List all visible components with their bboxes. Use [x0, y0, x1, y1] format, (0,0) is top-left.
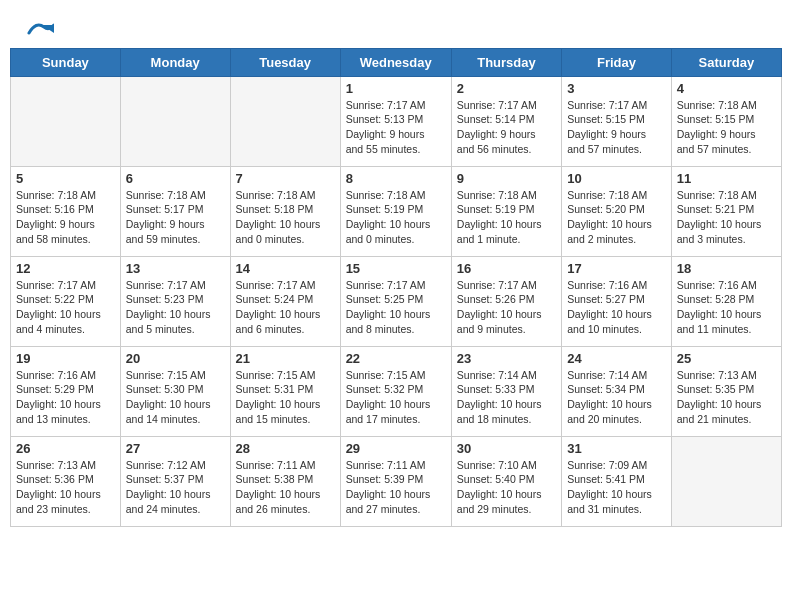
day-cell-1: 1Sunrise: 7:17 AM Sunset: 5:13 PM Daylig…	[340, 76, 451, 166]
day-cell-14: 14Sunrise: 7:17 AM Sunset: 5:24 PM Dayli…	[230, 256, 340, 346]
day-info: Sunrise: 7:17 AM Sunset: 5:23 PM Dayligh…	[126, 278, 225, 337]
day-number: 31	[567, 441, 666, 456]
day-number: 28	[236, 441, 335, 456]
empty-cell-0-0	[11, 76, 121, 166]
weekday-saturday: Saturday	[671, 48, 781, 76]
day-cell-5: 5Sunrise: 7:18 AM Sunset: 5:16 PM Daylig…	[11, 166, 121, 256]
day-number: 9	[457, 171, 556, 186]
day-info: Sunrise: 7:17 AM Sunset: 5:15 PM Dayligh…	[567, 98, 666, 157]
day-number: 22	[346, 351, 446, 366]
week-row-2: 5Sunrise: 7:18 AM Sunset: 5:16 PM Daylig…	[11, 166, 782, 256]
day-info: Sunrise: 7:09 AM Sunset: 5:41 PM Dayligh…	[567, 458, 666, 517]
day-number: 17	[567, 261, 666, 276]
day-info: Sunrise: 7:12 AM Sunset: 5:37 PM Dayligh…	[126, 458, 225, 517]
day-number: 29	[346, 441, 446, 456]
day-info: Sunrise: 7:14 AM Sunset: 5:34 PM Dayligh…	[567, 368, 666, 427]
weekday-monday: Monday	[120, 48, 230, 76]
day-cell-7: 7Sunrise: 7:18 AM Sunset: 5:18 PM Daylig…	[230, 166, 340, 256]
day-info: Sunrise: 7:18 AM Sunset: 5:19 PM Dayligh…	[346, 188, 446, 247]
day-info: Sunrise: 7:15 AM Sunset: 5:30 PM Dayligh…	[126, 368, 225, 427]
day-cell-27: 27Sunrise: 7:12 AM Sunset: 5:37 PM Dayli…	[120, 436, 230, 526]
day-number: 10	[567, 171, 666, 186]
day-cell-24: 24Sunrise: 7:14 AM Sunset: 5:34 PM Dayli…	[562, 346, 672, 436]
day-info: Sunrise: 7:18 AM Sunset: 5:17 PM Dayligh…	[126, 188, 225, 247]
day-cell-30: 30Sunrise: 7:10 AM Sunset: 5:40 PM Dayli…	[451, 436, 561, 526]
day-number: 26	[16, 441, 115, 456]
day-number: 6	[126, 171, 225, 186]
day-info: Sunrise: 7:17 AM Sunset: 5:22 PM Dayligh…	[16, 278, 115, 337]
day-info: Sunrise: 7:18 AM Sunset: 5:16 PM Dayligh…	[16, 188, 115, 247]
day-number: 8	[346, 171, 446, 186]
week-row-4: 19Sunrise: 7:16 AM Sunset: 5:29 PM Dayli…	[11, 346, 782, 436]
empty-cell-0-1	[120, 76, 230, 166]
day-cell-28: 28Sunrise: 7:11 AM Sunset: 5:38 PM Dayli…	[230, 436, 340, 526]
day-cell-11: 11Sunrise: 7:18 AM Sunset: 5:21 PM Dayli…	[671, 166, 781, 256]
weekday-friday: Friday	[562, 48, 672, 76]
day-number: 23	[457, 351, 556, 366]
day-info: Sunrise: 7:17 AM Sunset: 5:13 PM Dayligh…	[346, 98, 446, 157]
logo-icon	[24, 19, 54, 37]
day-cell-20: 20Sunrise: 7:15 AM Sunset: 5:30 PM Dayli…	[120, 346, 230, 436]
day-cell-3: 3Sunrise: 7:17 AM Sunset: 5:15 PM Daylig…	[562, 76, 672, 166]
week-row-5: 26Sunrise: 7:13 AM Sunset: 5:36 PM Dayli…	[11, 436, 782, 526]
weekday-tuesday: Tuesday	[230, 48, 340, 76]
calendar-wrapper: SundayMondayTuesdayWednesdayThursdayFrid…	[0, 48, 792, 537]
day-cell-26: 26Sunrise: 7:13 AM Sunset: 5:36 PM Dayli…	[11, 436, 121, 526]
day-number: 21	[236, 351, 335, 366]
empty-cell-4-6	[671, 436, 781, 526]
day-info: Sunrise: 7:18 AM Sunset: 5:18 PM Dayligh…	[236, 188, 335, 247]
day-number: 4	[677, 81, 776, 96]
day-number: 20	[126, 351, 225, 366]
day-info: Sunrise: 7:18 AM Sunset: 5:20 PM Dayligh…	[567, 188, 666, 247]
day-info: Sunrise: 7:17 AM Sunset: 5:24 PM Dayligh…	[236, 278, 335, 337]
day-number: 3	[567, 81, 666, 96]
day-number: 2	[457, 81, 556, 96]
day-info: Sunrise: 7:15 AM Sunset: 5:31 PM Dayligh…	[236, 368, 335, 427]
day-cell-9: 9Sunrise: 7:18 AM Sunset: 5:19 PM Daylig…	[451, 166, 561, 256]
logo	[20, 18, 54, 38]
day-info: Sunrise: 7:18 AM Sunset: 5:15 PM Dayligh…	[677, 98, 776, 157]
day-info: Sunrise: 7:16 AM Sunset: 5:29 PM Dayligh…	[16, 368, 115, 427]
day-number: 30	[457, 441, 556, 456]
weekday-thursday: Thursday	[451, 48, 561, 76]
day-info: Sunrise: 7:17 AM Sunset: 5:26 PM Dayligh…	[457, 278, 556, 337]
day-cell-31: 31Sunrise: 7:09 AM Sunset: 5:41 PM Dayli…	[562, 436, 672, 526]
day-info: Sunrise: 7:14 AM Sunset: 5:33 PM Dayligh…	[457, 368, 556, 427]
day-cell-23: 23Sunrise: 7:14 AM Sunset: 5:33 PM Dayli…	[451, 346, 561, 436]
day-number: 14	[236, 261, 335, 276]
day-number: 12	[16, 261, 115, 276]
day-info: Sunrise: 7:10 AM Sunset: 5:40 PM Dayligh…	[457, 458, 556, 517]
day-info: Sunrise: 7:11 AM Sunset: 5:39 PM Dayligh…	[346, 458, 446, 517]
day-info: Sunrise: 7:15 AM Sunset: 5:32 PM Dayligh…	[346, 368, 446, 427]
day-info: Sunrise: 7:13 AM Sunset: 5:35 PM Dayligh…	[677, 368, 776, 427]
empty-cell-0-2	[230, 76, 340, 166]
day-number: 16	[457, 261, 556, 276]
day-cell-16: 16Sunrise: 7:17 AM Sunset: 5:26 PM Dayli…	[451, 256, 561, 346]
day-number: 1	[346, 81, 446, 96]
day-info: Sunrise: 7:11 AM Sunset: 5:38 PM Dayligh…	[236, 458, 335, 517]
day-number: 5	[16, 171, 115, 186]
weekday-wednesday: Wednesday	[340, 48, 451, 76]
day-number: 19	[16, 351, 115, 366]
day-info: Sunrise: 7:16 AM Sunset: 5:27 PM Dayligh…	[567, 278, 666, 337]
day-info: Sunrise: 7:18 AM Sunset: 5:19 PM Dayligh…	[457, 188, 556, 247]
day-number: 27	[126, 441, 225, 456]
day-info: Sunrise: 7:13 AM Sunset: 5:36 PM Dayligh…	[16, 458, 115, 517]
day-cell-17: 17Sunrise: 7:16 AM Sunset: 5:27 PM Dayli…	[562, 256, 672, 346]
day-cell-19: 19Sunrise: 7:16 AM Sunset: 5:29 PM Dayli…	[11, 346, 121, 436]
day-cell-15: 15Sunrise: 7:17 AM Sunset: 5:25 PM Dayli…	[340, 256, 451, 346]
day-cell-21: 21Sunrise: 7:15 AM Sunset: 5:31 PM Dayli…	[230, 346, 340, 436]
day-info: Sunrise: 7:18 AM Sunset: 5:21 PM Dayligh…	[677, 188, 776, 247]
day-cell-12: 12Sunrise: 7:17 AM Sunset: 5:22 PM Dayli…	[11, 256, 121, 346]
day-number: 13	[126, 261, 225, 276]
day-number: 15	[346, 261, 446, 276]
week-row-1: 1Sunrise: 7:17 AM Sunset: 5:13 PM Daylig…	[11, 76, 782, 166]
day-info: Sunrise: 7:16 AM Sunset: 5:28 PM Dayligh…	[677, 278, 776, 337]
weekday-sunday: Sunday	[11, 48, 121, 76]
day-cell-29: 29Sunrise: 7:11 AM Sunset: 5:39 PM Dayli…	[340, 436, 451, 526]
day-cell-10: 10Sunrise: 7:18 AM Sunset: 5:20 PM Dayli…	[562, 166, 672, 256]
day-number: 11	[677, 171, 776, 186]
day-number: 25	[677, 351, 776, 366]
day-cell-13: 13Sunrise: 7:17 AM Sunset: 5:23 PM Dayli…	[120, 256, 230, 346]
day-cell-2: 2Sunrise: 7:17 AM Sunset: 5:14 PM Daylig…	[451, 76, 561, 166]
